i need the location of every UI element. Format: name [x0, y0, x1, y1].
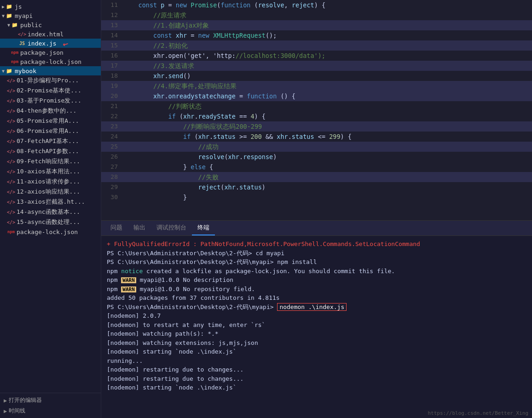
line-content: reject(xhr.status)	[123, 182, 532, 192]
sidebar-item-package-lock-json[interactable]: ▶ npm package-lock.json	[0, 57, 101, 66]
line-content: xhr.open('get', 'http://localhost:3000/d…	[123, 51, 532, 61]
line-number: 11	[101, 0, 123, 10]
html-icon: </>	[7, 77, 15, 84]
warn-label: WARN	[121, 277, 136, 283]
line-content: //失败	[123, 172, 532, 182]
terminal-line: [nodemon] starting `node .\index.js`	[107, 347, 526, 356]
code-line: 29 reject(xhr.status)	[101, 182, 532, 192]
line-content: //4.绑定事件,处理响应结果	[123, 81, 532, 91]
terminal-text: running...	[107, 357, 143, 364]
terminal-tab-输出[interactable]: 输出	[128, 221, 151, 235]
line-content: const p = new Promise(function (resolve,…	[123, 0, 532, 10]
line-content: //判断响应状态码200-299	[123, 121, 532, 132]
watermark: https://blog.csdn.net/Better_Xing	[428, 410, 528, 416]
line-content: //原生请求	[123, 10, 532, 20]
sidebar-item-f07[interactable]: </> 07-FetchAPI基本...	[0, 136, 101, 146]
chevron-down-icon: ▼	[2, 13, 5, 18]
terminal-line: [nodemon] watching extensions: js,mjs,js…	[107, 338, 526, 348]
sidebar-item-f09[interactable]: </> 09-Fetch响应结果...	[0, 156, 101, 166]
line-number: 18	[101, 71, 123, 81]
sidebar-item-label: 08-FetchAPI参数...	[17, 147, 79, 155]
sidebar-item-f14[interactable]: </> 14-async函数基本...	[0, 207, 101, 217]
sidebar-item-f13[interactable]: </> 13-axios拦截器.ht...	[0, 197, 101, 207]
terminal-line: npm WARN myapi@1.0.0 No repository field…	[107, 285, 526, 294]
sidebar-item-package-json[interactable]: ▶ npm package.json	[0, 48, 101, 57]
folder-icon: 📁	[11, 21, 18, 29]
chevron-right-icon: ▶	[4, 397, 7, 404]
sidebar-item-f01[interactable]: </> 01-异步编程与Pro...	[0, 75, 101, 86]
sidebar-bottom-timeline[interactable]: ▶ 时间线	[0, 406, 101, 416]
line-number: 29	[101, 182, 123, 192]
terminal-line: [nodemon] to restart at any time, enter …	[107, 321, 526, 330]
terminal-tab-问题[interactable]: 问题	[105, 221, 128, 235]
terminal-line: PS C:\Users\Administrator\Desktop\2-代码\m…	[107, 258, 526, 267]
line-content: } else {	[123, 162, 532, 172]
sidebar-item-public[interactable]: ▼ 📁 public	[0, 20, 101, 29]
sidebar-item-f02[interactable]: </> 02-Promise基本使...	[0, 86, 101, 96]
sidebar-item-myapi[interactable]: ▼ 📁 myapi	[0, 11, 101, 20]
line-number: 15	[101, 40, 123, 51]
code-editor: 11 const p = new Promise(function (resol…	[101, 0, 532, 220]
npm-icon: npm	[7, 228, 15, 235]
line-number: 28	[101, 172, 123, 182]
line-content: //判断状态	[123, 101, 532, 111]
terminal-line: added 50 packages from 37 contributors i…	[107, 293, 526, 303]
sidebar-item-f15[interactable]: </> 15-async函数处理...	[0, 217, 101, 227]
sidebar-item-label: 12-axios响应结果...	[17, 188, 80, 196]
line-content: const xhr = new XMLHttpRequest();	[123, 30, 532, 40]
html-icon: </>	[7, 127, 15, 135]
terminal-line: [nodemon] watching path(s): *.*	[107, 329, 526, 338]
terminal-line: npm WARN myapi@1.0.0 No description	[107, 275, 526, 285]
npm-icon: npm	[11, 58, 18, 65]
code-line: 21 //判断状态	[101, 101, 532, 111]
code-line: 28 //失败	[101, 172, 532, 182]
line-number: 25	[101, 142, 123, 152]
sidebar-item-f12[interactable]: </> 12-axios响应结果...	[0, 187, 101, 197]
file-tree: ▶ 📁 js ▼ 📁 myapi ▼ 📁 public ▶ </> index.…	[0, 0, 101, 393]
line-number: 20	[101, 91, 123, 101]
html-icon: </>	[7, 188, 15, 195]
sidebar: ▶ 📁 js ▼ 📁 myapi ▼ 📁 public ▶ </> index.…	[0, 0, 101, 418]
code-line: 11 const p = new Promise(function (resol…	[101, 0, 532, 10]
code-line: 16 xhr.open('get', 'http://localhost:300…	[101, 51, 532, 61]
sidebar-item-index-js[interactable]: ▶ JS index.js	[0, 39, 101, 48]
sidebar-item-f16[interactable]: npm package-lock.json	[0, 227, 101, 236]
sidebar-item-js[interactable]: ▶ 📁 js	[0, 2, 101, 11]
terminal-tab-终端[interactable]: 终端	[192, 221, 215, 235]
sidebar-item-f10[interactable]: </> 10-axios基本用法...	[0, 166, 101, 177]
sidebar-item-label: 10-axios基本用法...	[17, 167, 80, 176]
code-lines: 11 const p = new Promise(function (resol…	[101, 0, 532, 220]
error-text: + FullyQualifiedErrorId : PathNotFound,M…	[107, 240, 420, 247]
sidebar-item-mybook[interactable]: ▼ 📁 mybook	[0, 66, 101, 75]
line-number: 27	[101, 162, 123, 172]
sidebar-item-f04[interactable]: </> 04-then参数中的...	[0, 106, 101, 116]
terminal-tab-调试控制台[interactable]: 调试控制台	[151, 221, 192, 235]
sidebar-bottom-label: 时间线	[9, 407, 25, 415]
sidebar-item-index-html[interactable]: ▶ </> index.html	[0, 29, 101, 39]
sidebar-item-f11[interactable]: </> 11-axios请求传参...	[0, 177, 101, 187]
sidebar-item-f05[interactable]: </> 05-Promise常用A...	[0, 116, 101, 126]
sidebar-item-label: 11-axios请求传参...	[17, 178, 80, 186]
chevron-down-icon: ▼	[2, 69, 5, 74]
sidebar-item-f03[interactable]: </> 03-基于Promise发...	[0, 96, 101, 106]
warn-label: WARN	[121, 286, 136, 292]
line-number: 13	[101, 20, 123, 30]
folder-icon: 📁	[6, 12, 13, 19]
sidebar-item-f06[interactable]: </> 06-Promise常用A...	[0, 126, 101, 136]
terminal-line: running...	[107, 356, 526, 366]
folder-icon: 📁	[6, 67, 13, 74]
chevron-right-icon: ▶	[2, 4, 5, 9]
sidebar-item-f08[interactable]: </> 08-FetchAPI参数...	[0, 146, 101, 156]
sidebar-bottom-editor[interactable]: ▶ 打开的编辑器	[0, 395, 101, 406]
terminal-line: [nodemon] starting `node .\index.js`	[107, 383, 526, 392]
html-icon: </>	[7, 218, 15, 226]
terminal-text: [nodemon] to restart at any time, enter …	[107, 321, 265, 328]
js-icon: JS	[18, 40, 26, 47]
code-line: 20 xhr.onreadystatechange = function () …	[101, 91, 532, 101]
line-content: }	[123, 192, 532, 202]
html-icon: </>	[18, 30, 26, 38]
line-number: 30	[101, 192, 123, 202]
terminal-line: [nodemon] 2.0.7	[107, 311, 526, 321]
sidebar-item-label: mybook	[15, 68, 36, 74]
line-content: //成功	[123, 142, 532, 152]
